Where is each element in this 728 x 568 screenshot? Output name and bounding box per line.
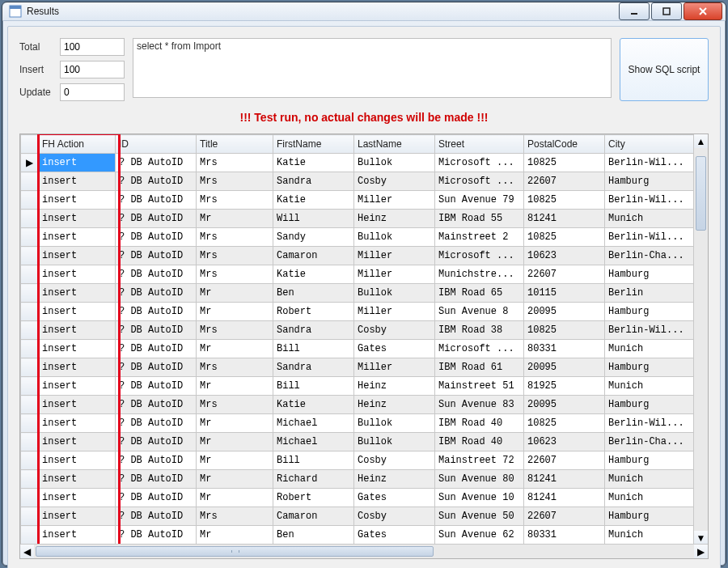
- cell-street[interactable]: Sun Avenue 83: [435, 396, 524, 414]
- table-row[interactable]: ▶insert? DB AutoIDMrsKatieBullokMicrosof…: [21, 154, 694, 172]
- cell-title[interactable]: Mr: [197, 489, 273, 507]
- cell-title[interactable]: Mrs: [197, 172, 273, 191]
- cell-firstname[interactable]: Katie: [273, 191, 354, 210]
- cell-lastname[interactable]: Miller: [354, 191, 435, 210]
- cell-action[interactable]: insert: [39, 284, 116, 303]
- cell-lastname[interactable]: Bullok: [354, 228, 435, 247]
- cell-id[interactable]: ? DB AutoID: [116, 396, 197, 414]
- table-row[interactable]: insert? DB AutoIDMrWillHeinzIBM Road 558…: [21, 210, 694, 228]
- table-row[interactable]: insert? DB AutoIDMrsKatieHeinzSun Avenue…: [21, 396, 694, 414]
- cell-street[interactable]: Munichstre...: [435, 265, 524, 284]
- table-row[interactable]: insert? DB AutoIDMrsCamaronCosbySun Aven…: [21, 507, 694, 526]
- cell-street[interactable]: IBM Road 55: [435, 210, 524, 228]
- cell-id[interactable]: ? DB AutoID: [116, 265, 197, 284]
- cell-lastname[interactable]: Gates: [354, 526, 435, 545]
- cell-street[interactable]: Sun Avenue 10: [435, 489, 524, 507]
- col-postalcode[interactable]: PostalCode: [524, 135, 605, 154]
- cell-firstname[interactable]: Sandra: [273, 358, 354, 377]
- cell-city[interactable]: Munich: [605, 470, 694, 489]
- cell-firstname[interactable]: Bill: [273, 451, 354, 470]
- cell-action[interactable]: insert: [39, 265, 116, 284]
- table-row[interactable]: insert? DB AutoIDMrBillGatesMicrosoft ..…: [21, 340, 694, 358]
- cell-id[interactable]: ? DB AutoID: [116, 433, 197, 451]
- cell-city[interactable]: Hamburg: [605, 303, 694, 321]
- cell-postalcode[interactable]: 20095: [524, 358, 605, 377]
- col-city[interactable]: City: [605, 135, 694, 154]
- cell-postalcode[interactable]: 20095: [524, 303, 605, 321]
- cell-street[interactable]: Microsoft ...: [435, 247, 524, 265]
- table-row[interactable]: insert? DB AutoIDMrRobertGatesSun Avenue…: [21, 489, 694, 507]
- cell-id[interactable]: ? DB AutoID: [116, 507, 197, 526]
- cell-city[interactable]: Munich: [605, 526, 694, 545]
- results-table[interactable]: FH Action ID Title FirstName LastName St…: [20, 134, 694, 545]
- cell-firstname[interactable]: Bill: [273, 340, 354, 358]
- cell-street[interactable]: Mainstreet 51: [435, 377, 524, 396]
- table-row[interactable]: insert? DB AutoIDMrsSandyBullokMainstree…: [21, 228, 694, 247]
- table-row[interactable]: insert? DB AutoIDMrBenBullokIBM Road 651…: [21, 284, 694, 303]
- cell-lastname[interactable]: Heinz: [354, 470, 435, 489]
- cell-id[interactable]: ? DB AutoID: [116, 284, 197, 303]
- cell-postalcode[interactable]: 22607: [524, 265, 605, 284]
- cell-street[interactable]: IBM Road 38: [435, 321, 524, 340]
- col-lastname[interactable]: LastName: [354, 135, 435, 154]
- row-indicator[interactable]: [21, 284, 39, 303]
- cell-action[interactable]: insert: [39, 340, 116, 358]
- cell-title[interactable]: Mr: [197, 210, 273, 228]
- cell-id[interactable]: ? DB AutoID: [116, 228, 197, 247]
- table-row[interactable]: insert? DB AutoIDMrsKatieMillerSun Avenu…: [21, 191, 694, 210]
- cell-city[interactable]: Hamburg: [605, 451, 694, 470]
- minimize-button[interactable]: [619, 2, 650, 20]
- cell-postalcode[interactable]: 10825: [524, 228, 605, 247]
- cell-postalcode[interactable]: 10623: [524, 247, 605, 265]
- cell-postalcode[interactable]: 81925: [524, 377, 605, 396]
- cell-title[interactable]: Mr: [197, 340, 273, 358]
- cell-postalcode[interactable]: 10115: [524, 284, 605, 303]
- cell-postalcode[interactable]: 81241: [524, 210, 605, 228]
- cell-postalcode[interactable]: 80331: [524, 340, 605, 358]
- cell-id[interactable]: ? DB AutoID: [116, 172, 197, 191]
- cell-lastname[interactable]: Bullok: [354, 154, 435, 172]
- close-window-button[interactable]: [684, 2, 722, 20]
- cell-id[interactable]: ? DB AutoID: [116, 154, 197, 172]
- cell-title[interactable]: Mr: [197, 433, 273, 451]
- cell-action[interactable]: insert: [39, 507, 116, 526]
- cell-title[interactable]: Mr: [197, 526, 273, 545]
- cell-street[interactable]: Mainstreet 2: [435, 228, 524, 247]
- cell-city[interactable]: Berlin-Wil...: [605, 414, 694, 433]
- row-indicator[interactable]: [21, 526, 39, 545]
- cell-id[interactable]: ? DB AutoID: [116, 340, 197, 358]
- table-row[interactable]: insert? DB AutoIDMrRichardHeinzSun Avenu…: [21, 470, 694, 489]
- cell-street[interactable]: Microsoft ...: [435, 154, 524, 172]
- cell-city[interactable]: Munich: [605, 210, 694, 228]
- scroll-down-icon[interactable]: ▼: [694, 531, 708, 545]
- row-indicator[interactable]: [21, 247, 39, 265]
- row-indicator[interactable]: [21, 414, 39, 433]
- cell-title[interactable]: Mrs: [197, 247, 273, 265]
- row-indicator[interactable]: [21, 489, 39, 507]
- cell-action[interactable]: insert: [39, 470, 116, 489]
- cell-street[interactable]: IBM Road 40: [435, 414, 524, 433]
- maximize-button[interactable]: [651, 2, 682, 20]
- cell-action[interactable]: insert: [39, 489, 116, 507]
- cell-street[interactable]: IBM Road 61: [435, 358, 524, 377]
- scroll-left-icon[interactable]: ◀: [20, 545, 34, 558]
- cell-city[interactable]: Munich: [605, 489, 694, 507]
- cell-lastname[interactable]: Miller: [354, 358, 435, 377]
- cell-lastname[interactable]: Cosby: [354, 451, 435, 470]
- cell-title[interactable]: Mrs: [197, 358, 273, 377]
- row-indicator[interactable]: [21, 470, 39, 489]
- cell-city[interactable]: Berlin-Wil...: [605, 154, 694, 172]
- cell-action[interactable]: insert: [39, 526, 116, 545]
- cell-street[interactable]: Sun Avenue 80: [435, 470, 524, 489]
- cell-title[interactable]: Mr: [197, 451, 273, 470]
- cell-title[interactable]: Mr: [197, 414, 273, 433]
- scroll-right-icon[interactable]: ▶: [694, 545, 708, 558]
- cell-title[interactable]: Mrs: [197, 228, 273, 247]
- cell-id[interactable]: ? DB AutoID: [116, 470, 197, 489]
- row-indicator[interactable]: [21, 191, 39, 210]
- cell-city[interactable]: Munich: [605, 340, 694, 358]
- cell-title[interactable]: Mrs: [197, 507, 273, 526]
- cell-city[interactable]: Hamburg: [605, 265, 694, 284]
- row-indicator[interactable]: [21, 433, 39, 451]
- cell-title[interactable]: Mr: [197, 284, 273, 303]
